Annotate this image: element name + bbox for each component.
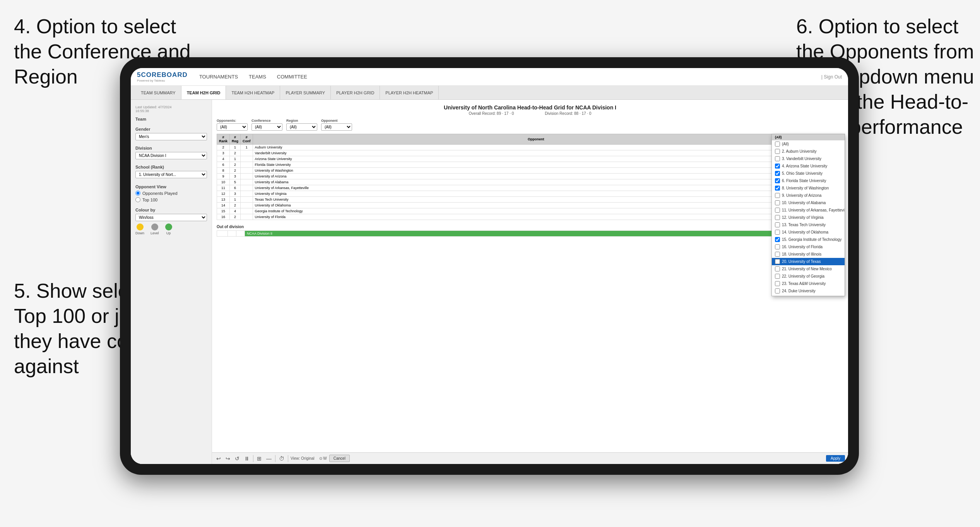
dropdown-item-23[interactable]: 23. Texas A&M University	[772, 280, 845, 287]
opponent-view-section: Opponent View Opponents Played Top 100	[135, 184, 207, 202]
dropdown-item-11[interactable]: 11. University of Arkansas, Fayetteville	[772, 206, 845, 214]
td-reg: 1	[230, 197, 241, 203]
nav-committee[interactable]: COMMITTEE	[277, 74, 307, 80]
table-row: 6 2 Florida State University 4 2	[217, 162, 843, 168]
last-updated: Last Updated: 4/7/2024 16:55:38	[135, 105, 207, 113]
sidebar-school-label: School (Rank)	[135, 165, 207, 169]
table-row: 3 2 Vanderbilt University 0 4	[217, 150, 843, 156]
td-rank: 8	[217, 168, 230, 174]
nav-teams[interactable]: TEAMS	[249, 74, 266, 80]
grid-btn[interactable]: ⊞	[256, 455, 263, 462]
dropdown-item-25[interactable]: 25. University of Oregon	[772, 295, 845, 296]
dropdown-item-5[interactable]: 5. Ohio State University	[772, 170, 845, 177]
td-reg: 2	[230, 162, 241, 168]
nav-bar: 5COREBOARD Powered by Tableau TOURNAMENT…	[131, 68, 848, 86]
view-label: View: Original	[291, 456, 315, 460]
undo-btn[interactable]: ↩	[215, 455, 222, 462]
width-label: ⊙ W	[319, 456, 327, 460]
dropdown-item-24[interactable]: 24. Duke University	[772, 287, 845, 295]
dropdown-item-15[interactable]: 15. Georgia Institute of Technology	[772, 236, 845, 243]
td-opponent: University of Alabama	[253, 179, 819, 185]
dropdown-item-16[interactable]: 16. University of Florida	[772, 243, 845, 251]
td-rank: 3	[217, 150, 230, 156]
dropdown-header: (All)	[772, 134, 845, 140]
reset-btn[interactable]: ↺	[234, 455, 241, 462]
radio-opponents-played[interactable]: Opponents Played	[135, 191, 207, 196]
sidebar-gender-section: Gender Men's Women's	[135, 127, 207, 140]
td-rank: 6	[217, 162, 230, 168]
td-reg: 3	[230, 174, 241, 179]
td-reg: 6	[230, 185, 241, 191]
dash-btn[interactable]: —	[265, 455, 273, 462]
dropdown-item-13[interactable]: 13. Texas Tech University	[772, 221, 845, 229]
dropdown-item-10[interactable]: 10. University of Alabama	[772, 199, 845, 206]
td-opponent: University of Florida	[253, 214, 819, 220]
filter-row: Opponents: (All) Conference (All) Region	[217, 119, 843, 131]
td-reg	[228, 231, 236, 237]
overall-record: Overall Record: 89 · 17 · 0	[469, 111, 514, 116]
logo-sub: Powered by Tableau	[137, 79, 188, 82]
dropdown-item-12[interactable]: 12. University of Virginia	[772, 214, 845, 221]
td-conf	[236, 231, 245, 237]
sub-nav-team-summary[interactable]: TEAM SUMMARY	[135, 86, 181, 99]
th-rank: #Rank	[217, 134, 230, 145]
td-reg: 4	[230, 208, 241, 214]
colour-select[interactable]: Win/loss	[135, 214, 207, 221]
sub-nav-player-summary[interactable]: PLAYER SUMMARY	[280, 86, 331, 99]
dropdown-item-3[interactable]: 3. Vanderbilt University	[772, 155, 845, 162]
radio-opponents-played-input[interactable]	[135, 191, 140, 196]
sub-nav-h2h-heatmap[interactable]: TEAM H2H HEATMAP	[226, 86, 280, 99]
colour-label: Colour by	[135, 208, 207, 212]
legend-level: Level	[151, 223, 159, 235]
apply-button[interactable]: Apply	[826, 455, 845, 462]
dropdown-item-14[interactable]: 14. University of Oklahoma	[772, 229, 845, 236]
dropdown-item-22[interactable]: 22. University of Georgia	[772, 273, 845, 280]
dropdown-item-4[interactable]: 4. Arizona State University	[772, 162, 845, 170]
pause-btn[interactable]: ⏸	[243, 455, 251, 462]
td-opponent: Arizona State University	[253, 156, 819, 162]
grid-records: Overall Record: 89 · 17 · 0 Division Rec…	[217, 111, 843, 116]
clock-btn[interactable]: ⏱	[278, 455, 286, 462]
dropdown-item-21[interactable]: 21. University of New Mexico	[772, 265, 845, 273]
dropdown-item-18[interactable]: 18. University of Illinois	[772, 251, 845, 258]
dropdown-item-2[interactable]: 2. Auburn University	[772, 148, 845, 155]
radio-top100-input[interactable]	[135, 197, 140, 202]
conference-filter-select[interactable]: (All)	[251, 123, 282, 131]
legend-up: Up	[165, 223, 172, 235]
logo-area: 5COREBOARD Powered by Tableau	[137, 72, 188, 82]
dropdown-item-9[interactable]: 9. University of Arizona	[772, 192, 845, 199]
dropdown-item-8[interactable]: 8. University of Washington	[772, 184, 845, 192]
sub-nav-player-h2h-grid[interactable]: PLAYER H2H GRID	[331, 86, 380, 99]
td-conf	[241, 203, 253, 208]
nav-tournaments[interactable]: TOURNAMENTS	[199, 74, 238, 80]
dropdown-item-all[interactable]: (All)	[772, 140, 845, 148]
opponents-filter-select[interactable]: (All)	[217, 123, 248, 131]
table-row: 16 2 University of Florida 5 1	[217, 214, 843, 220]
grid-area: University of North Carolina Head-to-Hea…	[212, 100, 848, 464]
dot-level	[151, 223, 158, 230]
td-reg: 3	[230, 191, 241, 197]
cancel-button[interactable]: Cancel	[329, 455, 350, 462]
region-filter-select[interactable]: (All)	[286, 123, 317, 131]
bottom-toolbar: ↩ ↪ ↺ ⏸ ⊞ — ⏱ View: Original ⊙ W Cancel …	[212, 452, 848, 464]
sidebar-school-select[interactable]: 1. University of Nort...	[135, 171, 207, 178]
dot-up	[165, 223, 172, 230]
td-conf	[241, 156, 253, 162]
sub-nav-player-h2h-heatmap[interactable]: PLAYER H2H HEATMAP	[380, 86, 439, 99]
sidebar-gender-select[interactable]: Men's Women's	[135, 133, 207, 140]
opponent-dropdown[interactable]: (All) (All) 2. Auburn University 3. Vand…	[771, 134, 845, 296]
td-reg: 1	[230, 145, 241, 150]
nav-signout[interactable]: | Sign Out	[821, 74, 842, 80]
radio-top100[interactable]: Top 100	[135, 197, 207, 202]
td-rank: 4	[217, 156, 230, 162]
sidebar-division-select[interactable]: NCAA Division I NCAA Division II NCAA Di…	[135, 152, 207, 159]
dropdown-item-20[interactable]: 20. University of Texas	[772, 258, 845, 265]
redo-btn[interactable]: ↪	[224, 455, 231, 462]
td-rank	[217, 231, 228, 237]
tablet-screen: 5COREBOARD Powered by Tableau TOURNAMENT…	[131, 68, 848, 464]
out-of-division: Out of division NCAA Division II 1 0	[217, 225, 843, 237]
opponent-filter-select[interactable]: (All)	[321, 123, 352, 131]
toolbar-separator-2	[275, 455, 275, 462]
dropdown-item-6[interactable]: 6. Florida State University	[772, 177, 845, 184]
sub-nav-h2h-grid[interactable]: TEAM H2H GRID	[181, 86, 226, 99]
